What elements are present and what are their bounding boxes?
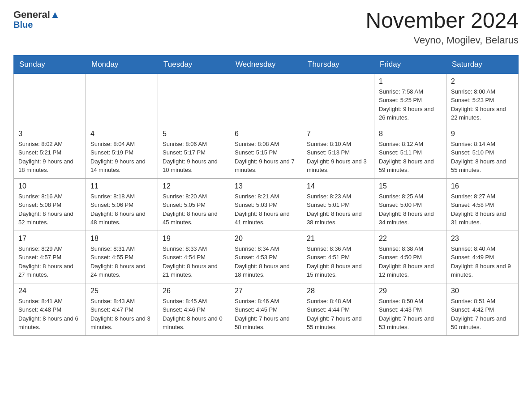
calendar-day-cell: 17Sunrise: 8:29 AM Sunset: 4:57 PM Dayli… [14, 231, 86, 283]
day-of-week-header: Friday [374, 55, 446, 73]
day-info: Sunrise: 8:29 AM Sunset: 4:57 PM Dayligh… [18, 244, 81, 279]
day-number: 28 [307, 287, 369, 295]
day-info: Sunrise: 8:21 AM Sunset: 5:03 PM Dayligh… [235, 192, 297, 227]
calendar-day-cell: 13Sunrise: 8:21 AM Sunset: 5:03 PM Dayli… [230, 178, 302, 231]
calendar-day-cell: 26Sunrise: 8:45 AM Sunset: 4:46 PM Dayli… [158, 283, 230, 335]
logo-blue-text: ▲ [50, 9, 60, 21]
day-info: Sunrise: 8:27 AM Sunset: 4:58 PM Dayligh… [451, 192, 514, 227]
calendar-day-cell [86, 73, 158, 126]
location-subtitle: Veyno, Mogilev, Belarus [365, 34, 519, 46]
day-of-week-header: Monday [86, 55, 158, 73]
calendar-day-cell: 1Sunrise: 7:58 AM Sunset: 5:25 PM Daylig… [374, 73, 446, 126]
calendar-day-cell: 3Sunrise: 8:02 AM Sunset: 5:21 PM Daylig… [14, 126, 86, 178]
day-info: Sunrise: 8:31 AM Sunset: 4:55 PM Dayligh… [90, 244, 153, 279]
day-info: Sunrise: 8:46 AM Sunset: 4:45 PM Dayligh… [235, 297, 297, 332]
logo-subtitle: Blue [13, 20, 33, 30]
day-number: 12 [163, 182, 225, 190]
day-info: Sunrise: 8:36 AM Sunset: 4:51 PM Dayligh… [307, 244, 369, 279]
calendar-body: 1Sunrise: 7:58 AM Sunset: 5:25 PM Daylig… [14, 73, 519, 335]
day-info: Sunrise: 8:51 AM Sunset: 4:42 PM Dayligh… [451, 297, 514, 332]
calendar-header: SundayMondayTuesdayWednesdayThursdayFrid… [14, 55, 519, 73]
day-number: 25 [90, 287, 153, 295]
day-number: 10 [18, 182, 81, 190]
day-number: 8 [379, 130, 442, 138]
calendar-day-cell: 29Sunrise: 8:50 AM Sunset: 4:43 PM Dayli… [374, 283, 446, 335]
day-info: Sunrise: 8:34 AM Sunset: 4:53 PM Dayligh… [235, 244, 297, 279]
day-of-week-header: Sunday [14, 55, 86, 73]
title-section: November 2024 Veyno, Mogilev, Belarus [365, 9, 519, 46]
day-info: Sunrise: 8:12 AM Sunset: 5:11 PM Dayligh… [379, 140, 442, 175]
day-number: 16 [451, 182, 514, 190]
logo-text: General ▲ [13, 9, 60, 21]
day-number: 20 [235, 235, 297, 243]
day-number: 13 [235, 182, 297, 190]
day-number: 14 [307, 182, 369, 190]
calendar-day-cell: 4Sunrise: 8:04 AM Sunset: 5:19 PM Daylig… [86, 126, 158, 178]
day-number: 5 [163, 130, 225, 138]
day-info: Sunrise: 8:18 AM Sunset: 5:06 PM Dayligh… [90, 192, 153, 227]
calendar-day-cell: 23Sunrise: 8:40 AM Sunset: 4:49 PM Dayli… [446, 231, 519, 283]
calendar-day-cell: 10Sunrise: 8:16 AM Sunset: 5:08 PM Dayli… [14, 178, 86, 231]
day-number: 9 [451, 130, 514, 138]
month-year-title: November 2024 [365, 9, 519, 33]
day-info: Sunrise: 8:50 AM Sunset: 4:43 PM Dayligh… [379, 297, 442, 332]
day-info: Sunrise: 8:38 AM Sunset: 4:50 PM Dayligh… [379, 244, 442, 279]
day-info: Sunrise: 8:23 AM Sunset: 5:01 PM Dayligh… [307, 192, 369, 227]
calendar-day-cell: 19Sunrise: 8:33 AM Sunset: 4:54 PM Dayli… [158, 231, 230, 283]
day-info: Sunrise: 8:41 AM Sunset: 4:48 PM Dayligh… [18, 297, 81, 332]
day-number: 17 [18, 235, 81, 243]
day-number: 19 [163, 235, 225, 243]
day-number: 11 [90, 182, 153, 190]
day-number: 22 [379, 235, 442, 243]
calendar-day-cell: 15Sunrise: 8:25 AM Sunset: 5:00 PM Dayli… [374, 178, 446, 231]
calendar-day-cell: 20Sunrise: 8:34 AM Sunset: 4:53 PM Dayli… [230, 231, 302, 283]
page-header: General ▲ Blue November 2024 Veyno, Mogi… [13, 9, 519, 46]
calendar-day-cell: 7Sunrise: 8:10 AM Sunset: 5:13 PM Daylig… [302, 126, 374, 178]
day-number: 26 [163, 287, 225, 295]
day-number: 29 [379, 287, 442, 295]
day-info: Sunrise: 7:58 AM Sunset: 5:25 PM Dayligh… [379, 87, 442, 122]
calendar-week-row: 3Sunrise: 8:02 AM Sunset: 5:21 PM Daylig… [14, 126, 519, 178]
calendar-day-cell: 16Sunrise: 8:27 AM Sunset: 4:58 PM Dayli… [446, 178, 519, 231]
calendar-week-row: 1Sunrise: 7:58 AM Sunset: 5:25 PM Daylig… [14, 73, 519, 126]
day-info: Sunrise: 8:33 AM Sunset: 4:54 PM Dayligh… [163, 244, 225, 279]
day-of-week-header: Thursday [302, 55, 374, 73]
calendar-day-cell: 8Sunrise: 8:12 AM Sunset: 5:11 PM Daylig… [374, 126, 446, 178]
day-info: Sunrise: 8:00 AM Sunset: 5:23 PM Dayligh… [451, 87, 514, 122]
calendar-day-cell: 22Sunrise: 8:38 AM Sunset: 4:50 PM Dayli… [374, 231, 446, 283]
calendar-day-cell: 30Sunrise: 8:51 AM Sunset: 4:42 PM Dayli… [446, 283, 519, 335]
calendar-day-cell: 21Sunrise: 8:36 AM Sunset: 4:51 PM Dayli… [302, 231, 374, 283]
day-number: 2 [451, 77, 514, 86]
calendar-week-row: 10Sunrise: 8:16 AM Sunset: 5:08 PM Dayli… [14, 178, 519, 231]
day-info: Sunrise: 8:20 AM Sunset: 5:05 PM Dayligh… [163, 192, 225, 227]
calendar-day-cell [302, 73, 374, 126]
day-number: 21 [307, 235, 369, 243]
day-number: 27 [235, 287, 297, 295]
day-info: Sunrise: 8:40 AM Sunset: 4:49 PM Dayligh… [451, 244, 514, 279]
day-number: 15 [379, 182, 442, 190]
day-number: 6 [235, 130, 297, 138]
day-number: 24 [18, 287, 81, 295]
day-info: Sunrise: 8:06 AM Sunset: 5:17 PM Dayligh… [163, 140, 225, 175]
calendar-day-cell: 28Sunrise: 8:48 AM Sunset: 4:44 PM Dayli… [302, 283, 374, 335]
day-of-week-header: Wednesday [230, 55, 302, 73]
day-number: 30 [451, 287, 514, 295]
calendar-day-cell: 9Sunrise: 8:14 AM Sunset: 5:10 PM Daylig… [446, 126, 519, 178]
calendar-day-cell [14, 73, 86, 126]
logo-general: General [13, 9, 50, 21]
calendar-day-cell: 6Sunrise: 8:08 AM Sunset: 5:15 PM Daylig… [230, 126, 302, 178]
calendar-week-row: 24Sunrise: 8:41 AM Sunset: 4:48 PM Dayli… [14, 283, 519, 335]
day-info: Sunrise: 8:16 AM Sunset: 5:08 PM Dayligh… [18, 192, 81, 227]
day-number: 23 [451, 235, 514, 243]
day-info: Sunrise: 8:48 AM Sunset: 4:44 PM Dayligh… [307, 297, 369, 332]
calendar-day-cell: 27Sunrise: 8:46 AM Sunset: 4:45 PM Dayli… [230, 283, 302, 335]
day-of-week-header: Tuesday [158, 55, 230, 73]
logo: General ▲ Blue [13, 9, 60, 30]
day-info: Sunrise: 8:04 AM Sunset: 5:19 PM Dayligh… [90, 140, 153, 175]
day-info: Sunrise: 8:45 AM Sunset: 4:46 PM Dayligh… [163, 297, 225, 332]
day-info: Sunrise: 8:14 AM Sunset: 5:10 PM Dayligh… [451, 140, 514, 175]
calendar-week-row: 17Sunrise: 8:29 AM Sunset: 4:57 PM Dayli… [14, 231, 519, 283]
day-number: 4 [90, 130, 153, 138]
calendar-day-cell: 24Sunrise: 8:41 AM Sunset: 4:48 PM Dayli… [14, 283, 86, 335]
day-info: Sunrise: 8:43 AM Sunset: 4:47 PM Dayligh… [90, 297, 153, 332]
